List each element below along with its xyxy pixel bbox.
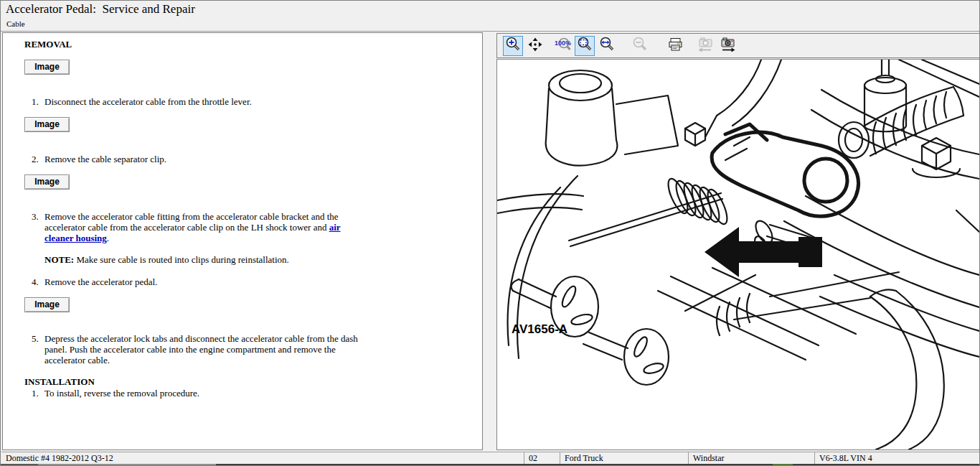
page-subtitle: Cable bbox=[6, 19, 25, 28]
zoom-fit-window-icon bbox=[576, 36, 593, 55]
image-button-3[interactable]: Image bbox=[24, 174, 70, 190]
step-text: Remove the cable separator clip. bbox=[44, 154, 371, 164]
diagram-canvas[interactable]: AV1656-A bbox=[496, 59, 980, 450]
camera-forward-icon bbox=[719, 35, 738, 56]
removal-step-4: 4. Remove the accelerator pedal. bbox=[3, 276, 482, 287]
status-engine: V6-3.8L VIN 4 bbox=[814, 452, 980, 464]
removal-step-2: 2. Remove the cable separator clip. bbox=[3, 154, 482, 164]
step-text: To install, reverse the removal procedur… bbox=[44, 388, 371, 399]
image-button-2[interactable]: Image bbox=[24, 117, 70, 132]
article-panel[interactable]: REMOVAL Image 1. Disconnect the accelera… bbox=[2, 32, 483, 450]
step-number: 2. bbox=[32, 154, 42, 164]
image-button-4[interactable]: Image bbox=[24, 297, 70, 312]
zoom-fit-width-icon bbox=[598, 36, 616, 55]
previous-image-button[interactable] bbox=[695, 36, 715, 56]
step-number: 4. bbox=[32, 276, 42, 287]
step-text: Remove the accelerator cable fitting fro… bbox=[44, 211, 347, 243]
image-toolbar: 100% bbox=[496, 33, 980, 58]
zoom-fit-width-button[interactable] bbox=[597, 36, 617, 56]
camera-back-icon bbox=[696, 35, 715, 56]
callout-arrow bbox=[705, 227, 822, 277]
step-number: 5. bbox=[32, 333, 42, 365]
pan-icon bbox=[527, 36, 544, 55]
status-bar: Domestic #4 1982-2012 Q3-12 02 Ford Truc… bbox=[1, 452, 980, 464]
removal-step-3: 3. Remove the accelerator cable fitting … bbox=[3, 211, 482, 243]
zoom-in-icon bbox=[504, 36, 522, 55]
engine-diagram bbox=[497, 60, 979, 449]
app-window: Accelerator Pedal: Service and Repair Ca… bbox=[0, 0, 980, 466]
removal-step-5: 5. Depress the accelerator lock tabs and… bbox=[3, 333, 482, 365]
step-text-before-link: Remove the accelerator cable fitting fro… bbox=[44, 211, 339, 233]
zoom-in-button[interactable] bbox=[503, 36, 523, 56]
image-button-1[interactable]: Image bbox=[24, 60, 70, 75]
installation-step-1: 1. To install, reverse the removal proce… bbox=[3, 388, 482, 399]
status-year: 02 bbox=[524, 452, 560, 464]
status-model: Windstar bbox=[688, 452, 814, 464]
installation-heading: INSTALLATION bbox=[24, 376, 482, 387]
zoom-out-button[interactable] bbox=[630, 36, 650, 56]
step-text: Remove the accelerator pedal. bbox=[44, 276, 371, 287]
pan-button[interactable] bbox=[525, 36, 545, 56]
status-make: Ford Truck bbox=[560, 452, 688, 464]
status-database: Domestic #4 1982-2012 Q3-12 bbox=[1, 452, 524, 464]
zoom-100-button[interactable]: 100% bbox=[553, 36, 573, 56]
next-image-button[interactable] bbox=[718, 36, 738, 56]
step-number: 1. bbox=[32, 96, 42, 107]
print-button[interactable] bbox=[666, 36, 686, 56]
header: Accelerator Pedal: Service and Repair Ca… bbox=[1, 1, 979, 32]
removal-step-1: 1. Disconnect the accelerator cable from… bbox=[3, 96, 482, 107]
print-icon bbox=[667, 36, 684, 55]
figure-label: AV1656-A bbox=[512, 322, 567, 337]
step-number: 3. bbox=[32, 211, 42, 243]
zoom-100-icon: 100% bbox=[555, 36, 572, 55]
svg-text:100%: 100% bbox=[555, 39, 571, 47]
page-title: Accelerator Pedal: Service and Repair bbox=[6, 2, 195, 17]
removal-heading: REMOVAL bbox=[24, 39, 482, 50]
zoom-fit-window-button[interactable] bbox=[575, 36, 595, 56]
step-text-after-link: . bbox=[107, 233, 109, 243]
step-text: Disconnect the accelerator cable from th… bbox=[44, 96, 371, 107]
note-block: NOTE: Make sure cable is routed into cli… bbox=[44, 254, 360, 265]
step-text: Depress the accelerator lock tabs and di… bbox=[44, 333, 371, 365]
note-label: NOTE: bbox=[44, 254, 74, 265]
zoom-out-icon bbox=[631, 36, 649, 55]
step-number: 1. bbox=[32, 388, 42, 399]
note-text: Make sure cable is routed into clips dur… bbox=[74, 254, 289, 265]
